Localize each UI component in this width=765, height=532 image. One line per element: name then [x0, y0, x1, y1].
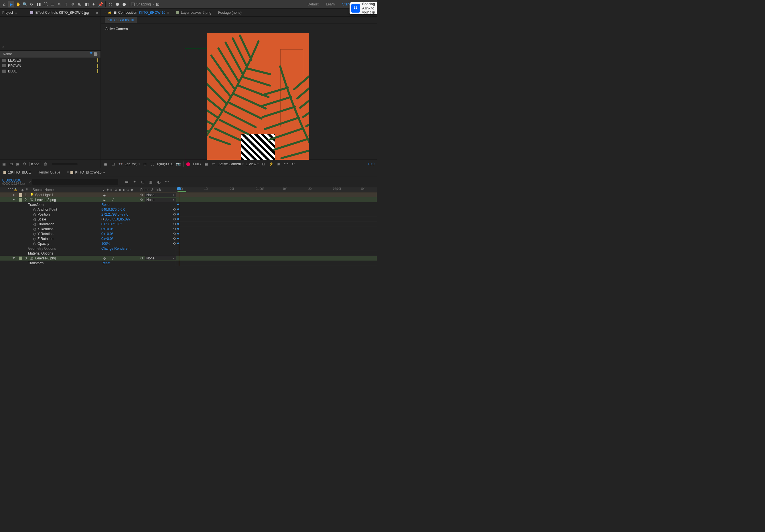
home-icon[interactable]: ⌂ — [1, 1, 7, 7]
time-ruler[interactable]: 0f 10f 20f 01;00f 10f 20f 02;00f 10f — [176, 187, 377, 193]
prop-scale[interactable]: ◷Scale⚯85.0,85.0,85.0%⟲ — [0, 217, 176, 222]
graph-editor-icon[interactable]: 〰 — [164, 179, 170, 185]
stopwatch-icon[interactable]: ◷ — [33, 222, 36, 226]
label-swatch-icon[interactable] — [19, 257, 22, 260]
puppet-tool-icon[interactable]: 📌 — [97, 1, 104, 7]
current-timecode[interactable]: 0;00;00;00 — [2, 178, 25, 182]
track-1[interactable] — [176, 193, 377, 197]
keyframe-icon[interactable] — [177, 238, 179, 240]
guides-icon[interactable]: ▭ — [211, 162, 216, 167]
project-settings-icon[interactable]: ⚙ — [22, 162, 27, 166]
camera-tool-icon[interactable]: ▮▮ — [36, 1, 42, 7]
pan-behind-icon[interactable]: ⛶ — [42, 1, 49, 7]
composition-tab[interactable]: × 🔒 ▣ Composition KIITO_BROW-16 ≡ — [101, 9, 173, 16]
timeline-tab-active[interactable]: ×KIITO_BROW-16≡ — [64, 168, 109, 176]
expression-pickwhip-icon[interactable]: ⟲ — [173, 227, 176, 231]
keyframe-icon[interactable] — [177, 242, 179, 245]
eraser-tool-icon[interactable]: ◧ — [84, 1, 90, 7]
comp-flowchart-tab[interactable]: KIITO_BROW-16 — [105, 17, 137, 23]
zoom-tool-icon[interactable]: 🔍 — [22, 1, 28, 7]
footage-tab[interactable]: Footage (none) — [215, 9, 245, 16]
stopwatch-icon[interactable]: ◷ — [33, 237, 36, 241]
close-icon[interactable]: × — [67, 171, 69, 174]
folder-leaves[interactable]: LEAVES — [0, 58, 101, 63]
snapping-toggle[interactable]: Snapping ▾ — [131, 2, 154, 6]
label-swatch-icon[interactable] — [19, 198, 22, 202]
layer-row-3[interactable]: 3 🖼Leaves-6.png ⬙╱ ⟲None▾ — [0, 256, 176, 261]
twirl-icon[interactable] — [13, 194, 15, 196]
project-zoom-slider[interactable] — [52, 163, 78, 165]
hand-tool-icon[interactable]: ✋ — [15, 1, 21, 7]
transparency-grid-icon[interactable]: ▦ — [204, 162, 209, 167]
twirl-down-icon[interactable] — [13, 199, 15, 201]
composition-canvas[interactable] — [207, 33, 309, 160]
keyframe-icon[interactable] — [177, 218, 179, 220]
timeline-tab-render[interactable]: Render Queue — [34, 168, 64, 176]
keyframe-icon[interactable] — [177, 228, 179, 230]
reset-link[interactable]: Reset — [101, 203, 176, 207]
source-name-column[interactable]: Source Name — [32, 188, 101, 192]
expression-pickwhip-icon[interactable]: ⟲ — [173, 212, 176, 217]
roto-tool-icon[interactable]: ✦ — [91, 1, 97, 7]
3d-glasses-icon[interactable]: 👓 — [118, 162, 123, 167]
rect-tool-icon[interactable]: ▭ — [49, 1, 56, 7]
resolution-dropdown[interactable]: Full▾ — [193, 162, 201, 166]
stopwatch-icon[interactable]: ◷ — [33, 227, 36, 231]
zoom-dropdown[interactable]: (66.7%)▾ — [125, 162, 140, 166]
expression-pickwhip-icon[interactable]: ⟲ — [173, 217, 176, 221]
view-axis-icon[interactable]: ⬣ — [121, 1, 127, 7]
prop-z-rotation[interactable]: ◷Z Rotation0x+0.0°⟲ — [0, 236, 176, 241]
project-search[interactable]: ⌕ — [0, 43, 101, 51]
type-tool-icon[interactable]: T — [63, 1, 69, 7]
layer-tab[interactable]: Layer Leaves-2.png — [173, 9, 215, 16]
geometry-options-group[interactable]: Geometry OptionsChange Renderer... — [0, 246, 176, 251]
prop-opacity[interactable]: ◷Opacity100%⟲ — [0, 241, 176, 246]
fast-previews-icon[interactable]: ⚡ — [269, 162, 274, 167]
snapshot-icon[interactable]: 📷 — [176, 162, 181, 167]
panel-menu-icon[interactable]: ≡ — [167, 11, 169, 15]
label-swatch-icon[interactable] — [19, 193, 22, 197]
brush-tool-icon[interactable]: ✐ — [70, 1, 76, 7]
timeline-icon[interactable]: ⊞ — [276, 162, 281, 167]
channel-icon[interactable]: ⬤ — [186, 162, 191, 167]
expression-pickwhip-icon[interactable]: ⟲ — [173, 207, 176, 212]
layer-row-1[interactable]: 1 💡Spot Light 1 ⬙ ⟲None▾ — [0, 193, 176, 197]
folder-blue[interactable]: BLUE — [0, 68, 101, 74]
toggle-alpha-icon[interactable]: ▢ — [111, 162, 116, 167]
mag-ratio-icon[interactable]: ▦ — [103, 162, 108, 167]
constrain-proportions-icon[interactable]: ⚯ — [101, 217, 104, 221]
pen-tool-icon[interactable]: ✎ — [56, 1, 62, 7]
timeline-search-input[interactable] — [32, 179, 118, 185]
timeline-tracks[interactable]: 0f 10f 20f 01;00f 10f 20f 02;00f 10f — [176, 187, 377, 266]
effect-controls-tab[interactable]: Effect Controls KIITO_BROW-0.jpg — [36, 11, 89, 15]
interpret-icon[interactable]: ▦ — [2, 162, 6, 166]
panel-menu-icon[interactable]: ≡ — [103, 171, 105, 174]
frame-blend-icon[interactable]: ▥ — [148, 179, 154, 185]
keyframe-icon[interactable] — [177, 208, 179, 211]
track-3[interactable] — [176, 256, 377, 261]
keyframe-icon[interactable] — [177, 203, 179, 206]
prop-orientation[interactable]: ◷Orientation0.0°,0.0°,0.0°⟲ — [0, 222, 176, 227]
current-time[interactable]: 0;00;00;00 — [157, 162, 174, 166]
track-prop[interactable] — [176, 202, 377, 207]
prop-position[interactable]: ◷Position272.2,793.5,-77.0⟲ — [0, 212, 176, 217]
local-axis-icon[interactable]: ⬡ — [107, 1, 114, 7]
keyframe-icon[interactable] — [177, 233, 179, 235]
parent-dropdown[interactable]: None▾ — [145, 256, 176, 260]
expression-pickwhip-icon[interactable]: ⟲ — [173, 232, 176, 236]
pickwhip-icon[interactable]: ⟲ — [140, 256, 143, 260]
close-icon[interactable]: × — [104, 11, 106, 14]
expression-pickwhip-icon[interactable]: ⟲ — [173, 237, 176, 241]
folder-brown[interactable]: BROWN — [0, 63, 101, 68]
comp-flowchart-icon[interactable]: ᚊ — [284, 162, 289, 167]
parent-dropdown[interactable]: None▾ — [145, 198, 176, 202]
workspace-default[interactable]: Default — [304, 2, 322, 6]
clone-tool-icon[interactable]: ⛨ — [77, 1, 83, 7]
dropbox-notification[interactable]: Sharing A link to your clip — [350, 2, 377, 14]
prop-anchor-point[interactable]: ◷Anchor Point540.0,675.0,0.0⟲ — [0, 207, 176, 212]
project-menu-icon[interactable]: ≡ — [15, 11, 17, 14]
track-2[interactable] — [176, 197, 377, 202]
change-renderer-link[interactable]: Change Renderer... — [101, 247, 176, 251]
stopwatch-icon[interactable]: ◷ — [33, 242, 36, 246]
project-search-input[interactable] — [5, 45, 98, 49]
